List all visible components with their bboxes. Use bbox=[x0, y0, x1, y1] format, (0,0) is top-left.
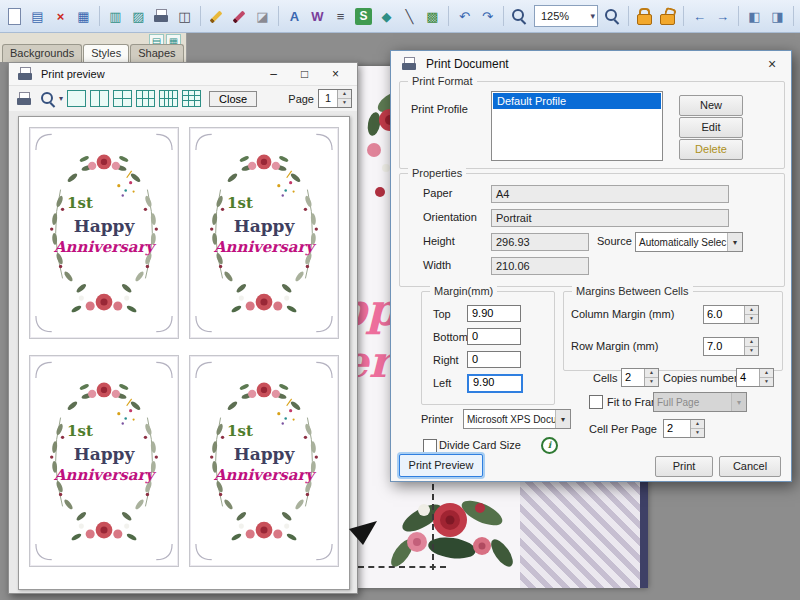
printer-select[interactable]: Microsoft XPS Document ▾ bbox=[463, 409, 571, 429]
next-page-icon[interactable]: → bbox=[712, 6, 733, 27]
line-tool-icon[interactable]: ╲ bbox=[399, 6, 420, 27]
previous-page-icon[interactable]: ← bbox=[689, 6, 710, 27]
spin-up-icon[interactable]: ▲ bbox=[745, 338, 758, 347]
chevron-down-icon[interactable]: ▾ bbox=[555, 410, 570, 428]
marker-tool-icon[interactable] bbox=[229, 6, 250, 27]
margin-top-input[interactable]: 9.90 bbox=[467, 305, 521, 322]
eraser-tool-icon[interactable]: ◪ bbox=[252, 6, 273, 27]
chevron-down-icon[interactable]: ▾ bbox=[727, 233, 742, 251]
mirror-left-icon[interactable]: ◧ bbox=[744, 6, 765, 27]
orientation-field[interactable]: Portrait bbox=[491, 209, 729, 227]
paper-source-select[interactable]: Automatically Selec ▾ bbox=[635, 232, 743, 252]
mirror-right-icon[interactable]: ◨ bbox=[767, 6, 788, 27]
print-preview-button[interactable]: Print Preview bbox=[399, 454, 483, 477]
divide-card-size-checkbox[interactable] bbox=[423, 439, 437, 453]
toolbar-separator bbox=[738, 6, 739, 26]
view-two-pages-icon[interactable] bbox=[90, 90, 109, 107]
text-tool-icon[interactable]: A bbox=[284, 6, 305, 27]
spin-up-icon[interactable]: ▲ bbox=[760, 369, 773, 378]
preview-close-button[interactable]: Close bbox=[209, 91, 257, 107]
cells-stepper[interactable]: 2 ▲▼ bbox=[621, 368, 659, 387]
spin-up-icon[interactable]: ▲ bbox=[338, 90, 351, 99]
zoom-level-select[interactable]: 125% ▾ bbox=[534, 5, 598, 27]
spin-down-icon[interactable]: ▼ bbox=[745, 347, 758, 355]
lock-icon[interactable] bbox=[634, 6, 655, 27]
paper-field[interactable]: A4 bbox=[491, 185, 729, 203]
new-design-icon[interactable] bbox=[4, 6, 25, 27]
align-tool-icon[interactable]: ≡ bbox=[330, 6, 351, 27]
dialog-close-icon[interactable]: × bbox=[761, 56, 783, 72]
spin-down-icon[interactable]: ▼ bbox=[338, 99, 351, 107]
save-design-icon[interactable]: ▦ bbox=[73, 6, 94, 27]
undo-icon[interactable]: ↶ bbox=[454, 6, 475, 27]
spin-down-icon[interactable]: ▼ bbox=[645, 378, 658, 386]
view-nine-pages-icon[interactable] bbox=[182, 90, 201, 107]
cells-value[interactable]: 2 bbox=[622, 369, 644, 386]
spin-down-icon[interactable]: ▼ bbox=[745, 315, 758, 323]
zoom-tool-icon[interactable] bbox=[509, 6, 530, 27]
preview-zoom-icon[interactable] bbox=[38, 89, 58, 109]
spin-up-icon[interactable]: ▲ bbox=[745, 306, 758, 315]
zoom-out-icon[interactable] bbox=[602, 6, 623, 27]
tab-backgrounds[interactable]: Backgrounds bbox=[2, 44, 82, 62]
preview-window-icon bbox=[15, 64, 35, 84]
spin-up-icon[interactable]: ▲ bbox=[691, 420, 704, 429]
page-number-stepper[interactable]: 1 ▲ ▼ bbox=[318, 89, 352, 108]
close-design-icon[interactable]: × bbox=[50, 6, 71, 27]
print-icon[interactable] bbox=[151, 6, 172, 27]
width-field[interactable]: 210.06 bbox=[491, 257, 589, 275]
new-profile-button[interactable]: New bbox=[679, 95, 743, 116]
maximize-icon[interactable]: □ bbox=[289, 67, 320, 81]
cancel-button[interactable]: Cancel bbox=[719, 456, 781, 477]
preview-print-icon[interactable] bbox=[14, 89, 34, 109]
new-card-icon[interactable]: ▥ bbox=[105, 6, 126, 27]
spin-up-icon[interactable]: ▲ bbox=[645, 369, 658, 378]
pencil-tool-icon[interactable] bbox=[206, 6, 227, 27]
preview-page[interactable]: 1st Happy Anniversary bbox=[18, 116, 350, 590]
tab-shapes[interactable]: Shapes bbox=[130, 44, 183, 62]
dialog-titlebar[interactable]: Print Document × bbox=[391, 51, 791, 77]
print-button[interactable]: Print bbox=[655, 456, 713, 477]
cell-per-page-value[interactable]: 2 bbox=[664, 420, 690, 437]
copies-number-stepper[interactable]: 4 ▲▼ bbox=[736, 368, 774, 387]
row-margin-stepper[interactable]: 7.0 ▲▼ bbox=[703, 337, 759, 356]
print-preview-icon[interactable]: ◫ bbox=[174, 6, 195, 27]
wordart-tool-icon[interactable]: W bbox=[307, 6, 328, 27]
copies-number-value[interactable]: 4 bbox=[737, 369, 759, 386]
height-field[interactable]: 296.93 bbox=[491, 233, 589, 251]
duplicate-card-icon[interactable]: ▨ bbox=[128, 6, 149, 27]
margin-left-input[interactable]: 9.90 bbox=[467, 374, 523, 393]
toolbar-separator bbox=[448, 6, 449, 26]
cell-per-page-stepper[interactable]: 2 ▲▼ bbox=[663, 419, 705, 438]
info-icon[interactable]: i bbox=[541, 437, 558, 454]
print-profile-listbox[interactable]: Default Profile bbox=[491, 91, 663, 161]
open-design-icon[interactable]: ▤ bbox=[27, 6, 48, 27]
view-six-pages-icon[interactable] bbox=[136, 90, 155, 107]
close-icon[interactable]: × bbox=[320, 67, 351, 81]
margin-bottom-input[interactable]: 0 bbox=[467, 328, 521, 345]
image-tool-icon[interactable]: ▩ bbox=[422, 6, 443, 27]
redo-icon[interactable]: ↷ bbox=[477, 6, 498, 27]
profile-list-item[interactable]: Default Profile bbox=[493, 93, 661, 109]
spin-down-icon[interactable]: ▼ bbox=[691, 429, 704, 437]
column-margin-stepper[interactable]: 6.0 ▲▼ bbox=[703, 305, 759, 324]
fit-to-frame-checkbox[interactable] bbox=[589, 395, 603, 409]
edit-profile-button[interactable]: Edit bbox=[679, 117, 743, 138]
spin-down-icon[interactable]: ▼ bbox=[760, 378, 773, 386]
row-margin-value[interactable]: 7.0 bbox=[704, 338, 744, 355]
minimize-icon[interactable]: – bbox=[258, 67, 289, 81]
view-four-pages-icon[interactable] bbox=[113, 90, 132, 107]
view-eight-pages-icon[interactable] bbox=[159, 90, 178, 107]
view-single-page-icon[interactable] bbox=[67, 90, 86, 107]
symbol-tool-icon[interactable]: S bbox=[355, 8, 372, 25]
preview-titlebar[interactable]: Print preview – □ × bbox=[9, 63, 357, 85]
delete-profile-button[interactable]: Delete bbox=[679, 139, 743, 160]
margin-right-input[interactable]: 0 bbox=[467, 351, 521, 368]
tab-styles[interactable]: Styles bbox=[83, 44, 129, 62]
page-number-value[interactable]: 1 bbox=[319, 90, 337, 107]
chevron-down-icon: ▾ bbox=[585, 11, 595, 21]
shape-tool-icon[interactable]: ◆ bbox=[376, 6, 397, 27]
chevron-down-icon[interactable]: ▾ bbox=[59, 94, 63, 103]
column-margin-value[interactable]: 6.0 bbox=[704, 306, 744, 323]
unlock-icon[interactable] bbox=[657, 6, 678, 27]
